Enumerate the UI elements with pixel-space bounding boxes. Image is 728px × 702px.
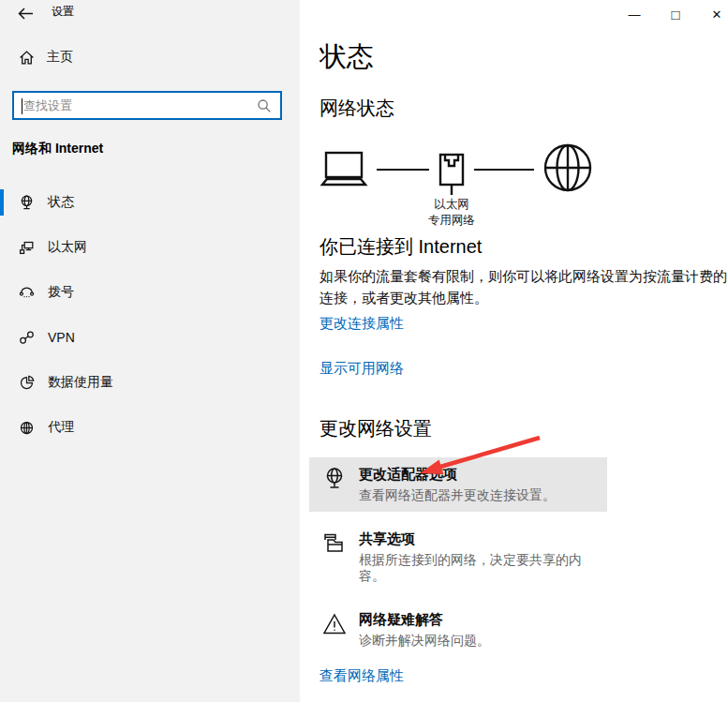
search-input[interactable]	[14, 98, 257, 112]
troubleshoot-warning-icon	[322, 612, 347, 636]
network-type: 专用网络	[377, 213, 527, 229]
adapter-icon	[322, 467, 347, 491]
maximize-button[interactable]: □	[655, 0, 696, 28]
ethernet-plug-icon	[438, 153, 466, 196]
vpn-icon	[19, 330, 35, 346]
sidebar-item-label: 数据使用量	[48, 374, 113, 391]
search-icon	[257, 98, 272, 113]
selected-indicator	[0, 189, 4, 216]
settings-window: 设置 主页 网络和 Internet 状态	[0, 0, 728, 702]
setting-row-sharing-options[interactable]: 共享选项 根据所连接到的网络，决定要共享的内容。	[309, 522, 607, 592]
setting-row-adapter-options[interactable]: 更改适配器选项 查看网络适配器并更改连接设置。	[309, 457, 607, 512]
sidebar-item-label: 状态	[48, 194, 74, 211]
view-network-properties-link[interactable]: 查看网络属性	[319, 667, 404, 684]
minimize-button[interactable]: —	[614, 0, 655, 28]
network-status-heading: 网络状态	[319, 96, 728, 120]
sidebar-item-status[interactable]: 状态	[0, 180, 300, 225]
text-cursor	[22, 98, 22, 114]
network-status-icon	[19, 195, 35, 211]
data-usage-icon	[19, 375, 35, 391]
home-icon	[19, 50, 35, 66]
change-network-settings-heading: 更改网络设置	[319, 416, 728, 441]
setting-row-description: 根据所连接到的网络，决定要共享的内容。	[359, 552, 594, 584]
sidebar-item-label: 拨号	[48, 284, 74, 301]
show-available-networks-link[interactable]: 显示可用网络	[319, 360, 404, 377]
sharing-icon	[322, 531, 347, 556]
setting-row-text: 更改适配器选项 查看网络适配器并更改连接设置。	[359, 466, 556, 503]
sidebar-item-ethernet[interactable]: 以太网	[0, 225, 300, 270]
change-connection-properties-link[interactable]: 更改连接属性	[319, 315, 404, 332]
sidebar-item-label: 以太网	[48, 239, 87, 256]
sidebar-item-label: VPN	[48, 330, 75, 345]
sidebar-item-home[interactable]: 主页	[19, 49, 73, 66]
back-arrow-icon	[18, 7, 34, 20]
connection-caption: 以太网 专用网络	[377, 197, 527, 229]
back-button[interactable]	[9, 0, 41, 26]
settings-rows: 更改适配器选项 查看网络适配器并更改连接设置。 共享选项 根据所连接到的网络，决…	[319, 457, 728, 657]
sidebar-item-proxy[interactable]: 代理	[0, 405, 300, 450]
dialup-icon	[19, 285, 35, 301]
connected-description: 如果你的流量套餐有限制，则你可以将此网络设置为按流量计费的连接，或者更改其他属性…	[319, 265, 728, 308]
setting-row-text: 网络疑难解答 诊断并解决网络问题。	[359, 611, 490, 649]
setting-row-title: 更改适配器选项	[359, 466, 556, 483]
sidebar-section-header: 网络和 Internet	[12, 141, 103, 157]
network-diagram: 以太网 专用网络	[319, 142, 728, 193]
sidebar-item-label: 代理	[48, 419, 74, 436]
setting-row-description: 查看网络适配器并更改连接设置。	[359, 487, 556, 503]
ethernet-icon	[19, 240, 35, 256]
globe-icon	[542, 142, 593, 193]
sidebar-item-dialup[interactable]: 拨号	[0, 270, 300, 315]
main-content: 状态 网络状态 以太网 专用网络 你已连接到 Internet 如果你的流量套餐…	[300, 0, 728, 702]
connection-line	[474, 169, 534, 171]
connection-name: 以太网	[377, 197, 527, 213]
window-controls: — □ ✕	[614, 0, 728, 28]
setting-row-title: 网络疑难解答	[359, 611, 490, 628]
connection-line	[377, 169, 429, 171]
proxy-icon	[19, 420, 35, 436]
sidebar-item-label: 主页	[47, 49, 73, 66]
connected-heading: 你已连接到 Internet	[319, 234, 728, 259]
setting-row-description: 诊断并解决网络问题。	[359, 633, 490, 649]
close-button[interactable]: ✕	[696, 0, 728, 28]
window-title: 设置	[52, 4, 74, 20]
sidebar: 设置 主页 网络和 Internet 状态	[0, 0, 300, 702]
setting-row-text: 共享选项 根据所连接到的网络，决定要共享的内容。	[359, 530, 594, 584]
setting-row-network-troubleshooter[interactable]: 网络疑难解答 诊断并解决网络问题。	[309, 603, 607, 657]
laptop-icon	[319, 151, 368, 188]
sidebar-item-vpn[interactable]: VPN	[0, 315, 300, 360]
search-box	[12, 91, 282, 120]
setting-row-title: 共享选项	[359, 530, 594, 547]
page-title: 状态	[319, 39, 728, 73]
sidebar-item-data-usage[interactable]: 数据使用量	[0, 360, 300, 405]
sidebar-nav: 状态 以太网 拨号 VPN	[0, 180, 300, 450]
